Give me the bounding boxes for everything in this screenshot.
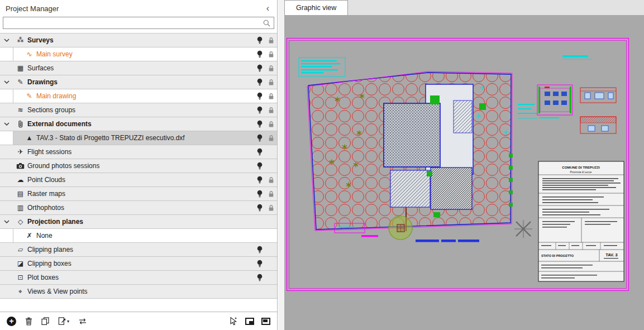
tree-label: None xyxy=(36,232,53,240)
tree-label: Main survey xyxy=(36,50,73,58)
tree-label: Plot boxes xyxy=(27,274,59,281)
lock-icon[interactable] xyxy=(268,121,274,128)
tree-row-plot-boxes[interactable]: ⊡ Plot boxes xyxy=(0,271,277,285)
tree-label: Clipping boxes xyxy=(27,260,71,267)
delete-button[interactable] xyxy=(25,317,32,326)
drawing-icon: ✎ xyxy=(25,93,34,99)
paperclip-icon xyxy=(16,120,25,128)
surfaces-icon: ▦ xyxy=(16,65,25,71)
add-view-button[interactable] xyxy=(245,318,254,325)
collapse-panel-button[interactable]: ‹ xyxy=(266,4,271,13)
tree-row-main-drawing[interactable]: ✎ Main drawing xyxy=(0,89,277,103)
clipping-box-icon: ◪ xyxy=(16,260,25,267)
export-button[interactable]: ▾ xyxy=(58,317,69,325)
dropdown-chevron-icon: ▾ xyxy=(67,319,69,324)
title-block: COMUNE DI TREPUZZI Provincia di Lecce xyxy=(538,161,624,281)
survey-icon: ∿ xyxy=(25,51,34,58)
lock-icon[interactable] xyxy=(268,135,274,142)
lock-icon[interactable] xyxy=(268,51,274,58)
lock-icon[interactable] xyxy=(268,204,274,212)
visibility-bulb-icon[interactable] xyxy=(257,204,263,212)
tree-row-point-clouds[interactable]: ☁ Point Clouds xyxy=(0,173,277,187)
tree-label: Drawings xyxy=(27,78,58,86)
visibility-bulb-icon[interactable] xyxy=(257,260,263,268)
tree-row-drawings[interactable]: ✎ Drawings xyxy=(0,75,277,89)
tree-row-flight-sessions[interactable]: ✈ Flight sessions xyxy=(0,145,277,159)
tree-row-surfaces[interactable]: ▦ Surfaces xyxy=(0,61,277,75)
search-input[interactable] xyxy=(3,17,274,29)
lock-icon[interactable] xyxy=(268,65,274,72)
tree-row-views[interactable]: ⌖ Views & View points xyxy=(0,285,277,299)
tree-label: Orthophotos xyxy=(27,204,64,212)
tab-graphic-view[interactable]: Graphic view xyxy=(284,0,348,15)
chevron-down-icon[interactable] xyxy=(4,80,9,84)
sections-icon: ≋ xyxy=(16,107,25,113)
visibility-bulb-icon[interactable] xyxy=(257,50,263,59)
visibility-bulb-icon[interactable] xyxy=(257,36,263,45)
projection-plane-icon: ◇ xyxy=(16,218,25,225)
title-block-doc-title: STATO DI PROGETTO xyxy=(541,254,574,257)
tree-row-raster-maps[interactable]: ▤ Raster maps xyxy=(0,187,277,201)
lock-icon[interactable] xyxy=(268,37,274,44)
project-tree: ⁂ Surveys ∿ Main survey ▦ Surfaces xyxy=(0,33,277,299)
search-icon xyxy=(263,20,270,27)
tree-label: TAV.3 - Stato di Progetto TREPUZZI esecu… xyxy=(36,134,185,142)
tree-row-external-documents[interactable]: External documents xyxy=(0,117,277,131)
cad-drawing: COMUNE DI TREPUZZI Provincia di Lecce xyxy=(284,16,644,330)
visibility-bulb-icon[interactable] xyxy=(257,120,263,128)
lock-icon[interactable] xyxy=(268,107,274,114)
lock-icon[interactable] xyxy=(268,176,274,184)
visibility-bulb-icon[interactable] xyxy=(257,92,263,101)
tree-label: Point Clouds xyxy=(27,176,65,184)
raster-map-icon: ▤ xyxy=(16,190,25,197)
visibility-bulb-icon[interactable] xyxy=(257,64,263,73)
tree-row-ground-photos[interactable]: Ground photos sessions xyxy=(0,159,277,173)
tree-row-dxf-document[interactable]: ▲ TAV.3 - Stato di Progetto TREPUZZI ese… xyxy=(0,131,277,145)
tree-row-sections-groups[interactable]: ≋ Sections groups xyxy=(0,103,277,117)
tree-row-surveys[interactable]: ⁂ Surveys xyxy=(0,34,277,47)
tree-label: Views & View points xyxy=(27,288,88,295)
none-plane-icon: ✗ xyxy=(25,232,34,239)
visibility-bulb-icon[interactable] xyxy=(257,274,263,282)
tree-row-clipping-boxes[interactable]: ◪ Clipping boxes xyxy=(0,257,277,271)
panel-splitter[interactable] xyxy=(278,0,284,330)
lock-icon[interactable] xyxy=(268,79,274,86)
tree-label: Sections groups xyxy=(27,106,75,114)
visibility-bulb-icon[interactable] xyxy=(257,134,263,142)
graphic-view-canvas[interactable]: COMUNE DI TREPUZZI Provincia di Lecce xyxy=(284,16,644,330)
clipping-plane-icon: ▱ xyxy=(16,246,25,253)
site-plan xyxy=(307,71,513,240)
tree-row-projection-none[interactable]: ✗ None xyxy=(0,229,277,243)
tree-label: Clipping planes xyxy=(27,246,73,254)
visibility-bulb-icon[interactable] xyxy=(257,246,263,254)
visibility-bulb-icon[interactable] xyxy=(257,78,263,87)
drawings-icon: ✎ xyxy=(16,79,25,85)
lock-icon[interactable] xyxy=(268,93,274,100)
visibility-bulb-icon[interactable] xyxy=(257,106,263,114)
chevron-down-icon[interactable] xyxy=(4,122,9,126)
switch-view-button[interactable] xyxy=(261,318,270,325)
dxf-file-icon: ▲ xyxy=(25,135,34,141)
visibility-bulb-icon[interactable] xyxy=(257,162,263,170)
panel-toolbar: + ▾ xyxy=(0,312,277,330)
duplicate-button[interactable] xyxy=(41,317,49,325)
tree-row-main-survey[interactable]: ∿ Main survey xyxy=(0,47,277,61)
panel-title: Project Manager xyxy=(6,4,59,13)
add-button[interactable]: + xyxy=(7,317,16,326)
tree-label: Ground photos sessions xyxy=(27,162,99,170)
tree-row-orthophotos[interactable]: ▥ Orthophotos xyxy=(0,201,277,215)
tree-row-projection-planes[interactable]: ◇ Projection planes xyxy=(0,215,277,229)
tree-label: Raster maps xyxy=(27,190,65,198)
visibility-bulb-icon[interactable] xyxy=(257,148,263,156)
tree-row-clipping-planes[interactable]: ▱ Clipping planes xyxy=(0,243,277,257)
visibility-bulb-icon[interactable] xyxy=(257,190,263,198)
camera-icon xyxy=(16,162,25,170)
tree-label: Surveys xyxy=(27,36,54,44)
application-window: Project Manager ‹ ⁂ Surveys ∿ Main surve xyxy=(0,0,644,330)
chevron-down-icon[interactable] xyxy=(4,39,9,42)
pick-select-button[interactable] xyxy=(229,317,238,326)
update-button[interactable] xyxy=(78,318,87,324)
visibility-bulb-icon[interactable] xyxy=(257,176,263,184)
lock-icon[interactable] xyxy=(268,190,274,198)
chevron-down-icon[interactable] xyxy=(4,220,9,223)
